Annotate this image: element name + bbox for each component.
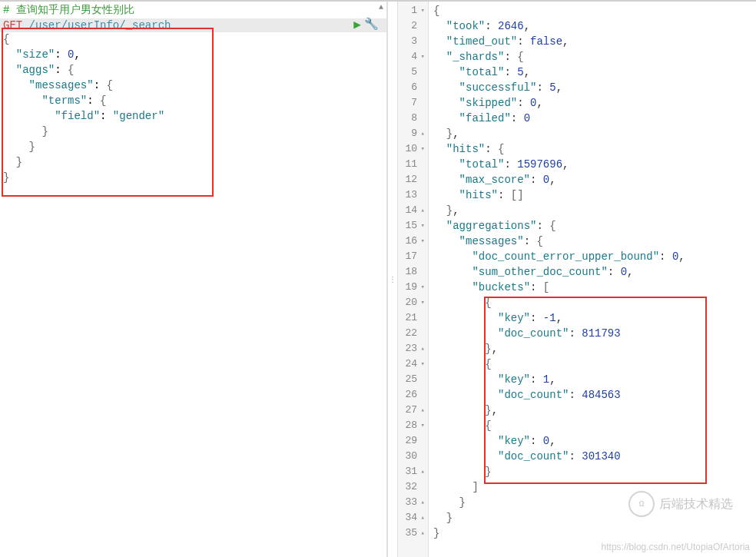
code-line[interactable]: "key": 1, bbox=[433, 372, 756, 387]
code-line[interactable]: "messages": { bbox=[433, 234, 756, 249]
gutter-line: 16▾ bbox=[398, 234, 425, 249]
gutter-line: 30 bbox=[398, 449, 425, 464]
code-line[interactable]: "total": 1597696, bbox=[433, 157, 756, 172]
gutter-line: 24▾ bbox=[398, 356, 425, 372]
code-line[interactable]: "field": "gender" bbox=[3, 109, 383, 124]
gutter-line: 18 bbox=[398, 264, 425, 280]
code-line[interactable]: "aggs": { bbox=[3, 63, 383, 78]
gutter-line: 29 bbox=[398, 433, 425, 449]
code-line[interactable]: { bbox=[433, 295, 756, 310]
gutter-line: 35▴ bbox=[398, 526, 425, 541]
gutter-line: 33▴ bbox=[398, 495, 425, 510]
code-line[interactable]: "sum_other_doc_count": 0, bbox=[433, 264, 756, 280]
gutter-line: 20▾ bbox=[398, 295, 425, 310]
code-line[interactable]: "key": 0, bbox=[433, 433, 756, 449]
gutter-line: 12 bbox=[398, 172, 425, 187]
watermark-logo: Ω bbox=[628, 491, 655, 517]
request-line[interactable]: GET /user/userInfo/_search ▶ 🔧 bbox=[0, 18, 386, 32]
line-gutter: 1▾234▾56789▴10▾11121314▴15▾16▾171819▾20▾… bbox=[398, 2, 429, 557]
code-line[interactable]: "size": 0, bbox=[3, 48, 383, 63]
wrench-icon[interactable]: 🔧 bbox=[364, 18, 383, 32]
code-line[interactable]: "failed": 0 bbox=[433, 111, 756, 126]
code-line[interactable]: "timed_out": false, bbox=[433, 34, 756, 49]
run-icon[interactable]: ▶ bbox=[353, 18, 364, 32]
code-line[interactable]: { bbox=[433, 418, 756, 433]
code-line[interactable]: "doc_count": 484563 bbox=[433, 387, 756, 403]
request-editor-panel[interactable]: ▲ # 查询知乎用户男女性别比 GET /user/userInfo/_sear… bbox=[0, 2, 387, 557]
response-panel: 1▾234▾56789▴10▾11121314▴15▾16▾171819▾20▾… bbox=[398, 2, 756, 557]
code-line[interactable]: } bbox=[3, 171, 383, 186]
gutter-line: 27▴ bbox=[398, 403, 425, 418]
code-line[interactable]: "hits": [] bbox=[433, 187, 756, 203]
code-line[interactable]: } bbox=[433, 464, 756, 479]
gutter-line: 34▴ bbox=[398, 510, 425, 526]
code-line[interactable]: "doc_count": 301340 bbox=[433, 449, 756, 464]
code-line[interactable]: "max_score": 0, bbox=[433, 172, 756, 187]
gutter-line: 22 bbox=[398, 326, 425, 341]
code-line[interactable]: "buckets": [ bbox=[433, 280, 756, 295]
gutter-line: 23▴ bbox=[398, 341, 425, 356]
code-line[interactable]: } bbox=[3, 140, 383, 155]
code-line[interactable]: { bbox=[433, 3, 756, 18]
panel-divider[interactable]: ⋮ bbox=[387, 2, 398, 557]
gutter-line: 13 bbox=[398, 187, 425, 203]
gutter-line: 19▾ bbox=[398, 280, 425, 295]
drag-handle-icon[interactable]: ⋮ bbox=[389, 275, 397, 284]
code-line[interactable]: }, bbox=[433, 403, 756, 418]
gutter-line: 11 bbox=[398, 157, 425, 172]
code-line[interactable]: "key": -1, bbox=[433, 310, 756, 326]
gutter-line: 9▴ bbox=[398, 126, 425, 141]
url-watermark: https://blog.csdn.net/UtopiaOfArtoria bbox=[602, 542, 750, 552]
gutter-line: 26 bbox=[398, 387, 425, 403]
gutter-line: 28▾ bbox=[398, 418, 425, 433]
code-line[interactable]: "skipped": 0, bbox=[433, 95, 756, 111]
gutter-line: 32 bbox=[398, 479, 425, 495]
gutter-line: 2 bbox=[398, 18, 425, 34]
scroll-up-arrow[interactable]: ▲ bbox=[379, 3, 383, 12]
gutter-line: 3 bbox=[398, 34, 425, 49]
code-line[interactable]: "terms": { bbox=[3, 94, 383, 109]
code-line[interactable]: "doc_count": 811793 bbox=[433, 326, 756, 341]
code-line[interactable]: "aggregations": { bbox=[433, 218, 756, 234]
gutter-line: 17 bbox=[398, 249, 425, 264]
gutter-line: 5 bbox=[398, 65, 425, 80]
gutter-line: 4▾ bbox=[398, 49, 425, 65]
code-line[interactable]: "messages": { bbox=[3, 78, 383, 94]
gutter-line: 6 bbox=[398, 80, 425, 95]
watermark: Ω 后端技术精选 bbox=[628, 491, 733, 517]
gutter-line: 31▴ bbox=[398, 464, 425, 479]
code-line[interactable]: } bbox=[433, 526, 756, 541]
code-line[interactable]: "hits": { bbox=[433, 141, 756, 157]
gutter-line: 10▾ bbox=[398, 141, 425, 157]
code-line[interactable]: "successful": 5, bbox=[433, 80, 756, 95]
gutter-line: 15▾ bbox=[398, 218, 425, 234]
gutter-line: 25 bbox=[398, 372, 425, 387]
code-line[interactable]: }, bbox=[433, 126, 756, 141]
code-line[interactable]: "took": 2646, bbox=[433, 18, 756, 34]
request-code[interactable]: # 查询知乎用户男女性别比 GET /user/userInfo/_search… bbox=[0, 2, 386, 187]
response-code[interactable]: { "took": 2646, "timed_out": false, "_sh… bbox=[429, 2, 756, 557]
code-line[interactable]: }, bbox=[433, 341, 756, 356]
gutter-line: 21 bbox=[398, 310, 425, 326]
gutter-line: 14▴ bbox=[398, 203, 425, 218]
gutter-line: 8 bbox=[398, 111, 425, 126]
code-line[interactable]: "doc_count_error_upper_bound": 0, bbox=[433, 249, 756, 264]
gutter-line: 7 bbox=[398, 95, 425, 111]
code-line[interactable]: }, bbox=[433, 203, 756, 218]
watermark-text: 后端技术精选 bbox=[659, 496, 733, 512]
gutter-line: 1▾ bbox=[398, 3, 425, 18]
comment-line: # 查询知乎用户男女性别比 bbox=[3, 4, 134, 16]
code-line[interactable]: } bbox=[3, 124, 383, 140]
code-line[interactable]: "total": 5, bbox=[433, 65, 756, 80]
code-line[interactable]: } bbox=[3, 155, 383, 171]
code-line[interactable]: { bbox=[433, 356, 756, 372]
code-line[interactable]: "_shards": { bbox=[433, 49, 756, 65]
code-line[interactable]: { bbox=[3, 32, 383, 48]
